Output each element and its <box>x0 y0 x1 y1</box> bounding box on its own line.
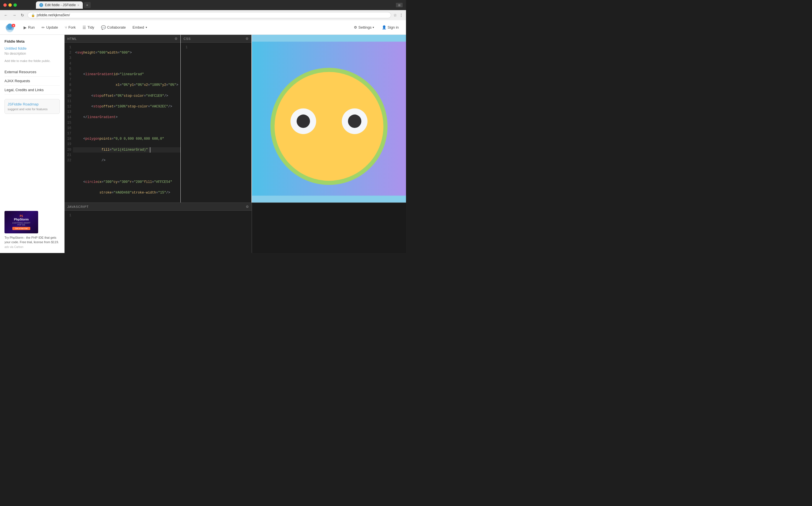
css-editor-header: CSS ⚙ <box>181 35 251 43</box>
sidebar-roadmap: JSFiddle Roadmap suggest and vote for fe… <box>4 99 60 114</box>
embed-chevron-icon: ▾ <box>146 26 147 29</box>
ad-text: Try PhpStorm - the PHP IDE that gets you… <box>4 236 60 244</box>
active-tab[interactable]: Edit fiddle - JSFiddle × <box>36 1 83 9</box>
embed-button[interactable]: Embed ▾ <box>130 23 150 31</box>
toolbar: 4 ▶ Run ✏ Update ⑂ Fork ☰ Tidy 💬 Collabo… <box>0 20 406 35</box>
css-editor-panel: CSS ⚙ 1 <box>181 35 252 202</box>
bookmark-icon[interactable]: ☆ <box>393 13 397 17</box>
tidy-label: Tidy <box>88 25 94 29</box>
code-line <box>73 61 180 67</box>
js-code-area[interactable]: 1 <box>65 210 252 253</box>
settings-button[interactable]: ⚙ Settings ▾ <box>351 23 377 31</box>
code-line: x1="0%" y1="0%" x2="100%" y2="0%"> <box>73 82 180 88</box>
css-code-area[interactable]: 1 <box>181 43 251 202</box>
update-label: Update <box>46 25 58 29</box>
js-lang-label: JAVASCRIPT <box>67 205 89 208</box>
sidebar-legal[interactable]: Legal, Credits and Links <box>4 86 60 94</box>
settings-chevron-icon: ▾ <box>373 26 374 29</box>
js-editor-header: JAVASCRIPT ⚙ <box>65 203 252 210</box>
nav-actions: ☆ ⋮ <box>393 13 403 17</box>
code-line: <stop offset="100%" stop-color="#AC92EC"… <box>73 104 180 109</box>
code-line: <circle cx="300" cy="300" r="200" fill="… <box>73 179 180 185</box>
tab-close-button[interactable]: × <box>77 3 79 7</box>
logo: 4 <box>4 22 15 33</box>
ad-source: ads via Carbon <box>4 245 60 249</box>
editors-bottom: JAVASCRIPT ⚙ 1 <box>65 202 406 253</box>
tab-title: Edit fiddle - JSFiddle <box>45 3 76 7</box>
app: 4 ▶ Run ✏ Update ⑂ Fork ☰ Tidy 💬 Collabo… <box>0 20 406 253</box>
run-icon: ▶ <box>23 25 27 30</box>
main-content: Fiddle Meta Untitled fiddle No descripti… <box>0 35 406 253</box>
ad-image[interactable]: PS PhpStorm LIGHTNING-SMARTPHP IDE Get a… <box>4 211 38 233</box>
browser-controls: ⊞ <box>398 4 400 7</box>
collaborate-button[interactable]: 💬 Collaborate <box>98 23 129 31</box>
code-content[interactable]: <svg height="600" width="600"> <linearGr… <box>73 43 180 202</box>
url-bar[interactable]: 🔒 jsfiddle.net/kjkma5km/ <box>27 12 391 18</box>
settings-gear-icon: ⚙ <box>354 25 357 29</box>
signin-button[interactable]: 👤 Sign in <box>379 23 402 31</box>
roadmap-desc: suggest and vote for features <box>8 107 57 111</box>
ad-section: PS PhpStorm LIGHTNING-SMARTPHP IDE Get a… <box>4 206 60 249</box>
address-bar: ← → ↻ 🔒 jsfiddle.net/kjkma5km/ ☆ ⋮ <box>0 10 406 20</box>
tidy-icon: ☰ <box>82 25 86 30</box>
code-line: <stop offset="0%" stop-color="#4FC1E9"/> <box>73 93 180 99</box>
code-line <box>73 125 180 131</box>
lock-icon: 🔒 <box>31 13 35 17</box>
preview-svg <box>252 35 406 202</box>
svg-point-0 <box>40 4 43 6</box>
code-line: fill="url(#linearGrad)" <box>73 147 180 153</box>
sidebar-hint: Add title to make the fiddle public. <box>4 59 60 63</box>
browser-menu-icon[interactable]: ⋮ <box>399 13 403 17</box>
signin-label: Sign in <box>388 25 399 29</box>
js-editor-right-spacer <box>252 203 406 253</box>
forward-button[interactable]: → <box>11 12 17 18</box>
line-numbers: 12345 678910 1112131415 1617181920 2122 <box>65 43 73 202</box>
fork-label: Fork <box>69 25 76 29</box>
sidebar-ajax-requests[interactable]: AJAX Requests <box>4 77 60 86</box>
code-line: <linearGradient id="linearGrad" <box>73 72 180 77</box>
update-button[interactable]: ✏ Update <box>39 23 61 31</box>
update-icon: ✏ <box>42 25 45 30</box>
roadmap-title[interactable]: JSFiddle Roadmap <box>8 102 57 106</box>
preview-panel <box>252 35 406 202</box>
code-line <box>73 169 180 174</box>
svg-point-10 <box>348 114 361 128</box>
settings-label: Settings <box>358 25 372 29</box>
html-editor-settings-icon[interactable]: ⚙ <box>174 37 178 41</box>
css-editor-settings-icon[interactable]: ⚙ <box>246 37 249 41</box>
sidebar-external-resources[interactable]: External Resources <box>4 68 60 77</box>
toolbar-right: ⚙ Settings ▾ 👤 Sign in <box>351 23 402 31</box>
browser-chrome: Edit fiddle - JSFiddle × + ⊞ ← → ↻ 🔒 jsf… <box>0 0 406 20</box>
js-editor-settings-icon[interactable]: ⚙ <box>246 205 249 209</box>
js-editor-panel: JAVASCRIPT ⚙ 1 <box>65 203 252 253</box>
url-text: jsfiddle.net/kjkma5km/ <box>37 13 70 17</box>
tidy-button[interactable]: ☰ Tidy <box>80 23 97 31</box>
close-traffic-light[interactable] <box>3 3 7 7</box>
fiddle-desc: No description <box>4 52 60 56</box>
html-lang-label: HTML <box>67 37 77 40</box>
embed-label: Embed <box>133 25 144 29</box>
code-line: stroke="#A0D468" stroke-width="15"/> <box>73 190 180 195</box>
fiddle-name[interactable]: Untitled fiddle <box>4 46 60 51</box>
code-line: <svg height="600" width="600"> <box>73 50 180 56</box>
js-line-1: 1 <box>67 213 71 218</box>
tab-favicon <box>39 3 43 7</box>
css-lang-label: CSS <box>183 37 191 40</box>
traffic-lights <box>3 3 17 7</box>
html-editor-header: HTML ⚙ <box>65 35 180 43</box>
run-button[interactable]: ▶ Run <box>21 23 37 31</box>
maximize-traffic-light[interactable] <box>13 3 17 7</box>
new-tab-button[interactable]: + <box>84 2 91 8</box>
editors-top: HTML ⚙ 12345 678910 1112131415 161718192… <box>65 35 406 202</box>
fork-button[interactable]: ⑂ Fork <box>62 23 79 31</box>
html-editor-panel: HTML ⚙ 12345 678910 1112131415 161718192… <box>65 35 181 202</box>
refresh-button[interactable]: ↻ <box>20 12 25 18</box>
minimize-traffic-light[interactable] <box>8 3 12 7</box>
back-button[interactable]: ← <box>3 12 9 18</box>
fork-icon: ⑂ <box>65 25 67 30</box>
html-code-area[interactable]: 12345 678910 1112131415 1617181920 2122 … <box>65 43 180 202</box>
logo-badge-text: 4 <box>13 24 14 27</box>
css-line-numbers: 1 <box>181 43 189 202</box>
svg-point-6 <box>272 70 386 183</box>
sidebar: Fiddle Meta Untitled fiddle No descripti… <box>0 35 65 253</box>
